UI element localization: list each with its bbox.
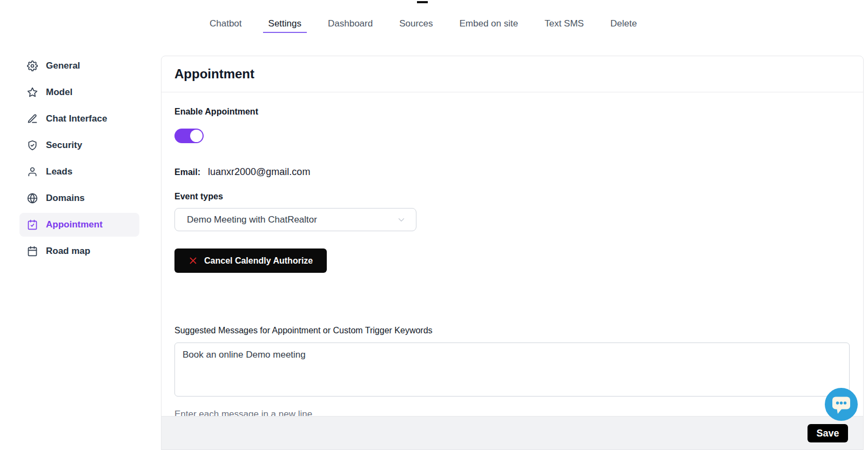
star-icon <box>27 87 38 98</box>
sidebar-item-label: Road map <box>46 246 90 257</box>
gear-icon <box>27 61 38 71</box>
sidebar-item-general[interactable]: General <box>19 54 139 78</box>
email-row: Email: luanxr2000@gmail.com <box>174 166 310 178</box>
shield-check-icon <box>27 140 38 151</box>
sidebar-item-appointment[interactable]: Appointment <box>19 213 139 237</box>
sidebar-item-label: Chat Interface <box>46 113 107 124</box>
edit-pencil-icon <box>27 113 38 124</box>
sidebar-item-domains[interactable]: Domains <box>19 186 139 210</box>
email-value: luanxr2000@gmail.com <box>208 166 310 178</box>
tab-embed-on-site[interactable]: Embed on site <box>460 19 519 33</box>
sidebar-item-label: General <box>46 61 80 71</box>
sidebar-item-label: Security <box>46 140 82 151</box>
chat-widget-button[interactable] <box>825 388 858 421</box>
sidebar-item-label: Appointment <box>46 219 103 230</box>
calendar-icon <box>27 246 38 257</box>
event-types-label: Event types <box>174 192 223 202</box>
save-bar: Save <box>162 416 863 449</box>
panel-header: Appointment <box>162 56 863 92</box>
cancel-calendly-button[interactable]: Cancel Calendly Authorize <box>174 248 327 273</box>
sidebar-item-leads[interactable]: Leads <box>19 160 139 184</box>
chat-bubble-icon <box>825 388 858 421</box>
chatbot-tabs: Chatbot Settings Dashboard Sources Embed… <box>210 19 637 33</box>
sidebar-item-label: Leads <box>46 166 72 177</box>
chevron-down-icon <box>396 215 406 225</box>
window-drag-dash <box>417 1 428 3</box>
tab-sources[interactable]: Sources <box>399 19 433 33</box>
user-icon <box>27 166 38 177</box>
x-icon <box>189 256 198 265</box>
calendar-check-icon <box>27 219 38 230</box>
settings-sidebar: General Model Chat Interface Security Le… <box>19 54 139 266</box>
sidebar-item-model[interactable]: Model <box>19 80 139 104</box>
appointment-settings-panel: Appointment Enable Appointment Email: lu… <box>161 56 864 450</box>
email-label: Email: <box>174 167 200 177</box>
sidebar-item-road-map[interactable]: Road map <box>19 239 139 263</box>
event-types-select[interactable]: Demo Meeting with ChatRealtor <box>174 208 416 231</box>
event-types-selected-value: Demo Meeting with ChatRealtor <box>187 214 396 225</box>
tab-text-sms[interactable]: Text SMS <box>544 19 584 33</box>
sidebar-item-security[interactable]: Security <box>19 133 139 157</box>
suggested-messages-label: Suggested Messages for Appointment or Cu… <box>174 326 433 335</box>
enable-appointment-label: Enable Appointment <box>174 107 258 117</box>
tab-chatbot[interactable]: Chatbot <box>210 19 242 33</box>
cancel-calendly-label: Cancel Calendly Authorize <box>204 256 313 266</box>
tab-settings[interactable]: Settings <box>263 19 307 33</box>
page-title: Appointment <box>174 66 254 82</box>
sidebar-item-label: Model <box>46 87 72 98</box>
sidebar-item-label: Domains <box>46 193 85 204</box>
tab-dashboard[interactable]: Dashboard <box>328 19 373 33</box>
globe-icon <box>27 193 38 204</box>
suggested-messages-input[interactable]: Book an online Demo meeting <box>174 342 850 397</box>
sidebar-item-chat-interface[interactable]: Chat Interface <box>19 107 139 131</box>
toggle-knob <box>190 130 203 142</box>
enable-appointment-toggle[interactable] <box>174 129 204 143</box>
tab-delete[interactable]: Delete <box>610 19 637 33</box>
save-button[interactable]: Save <box>808 424 848 442</box>
